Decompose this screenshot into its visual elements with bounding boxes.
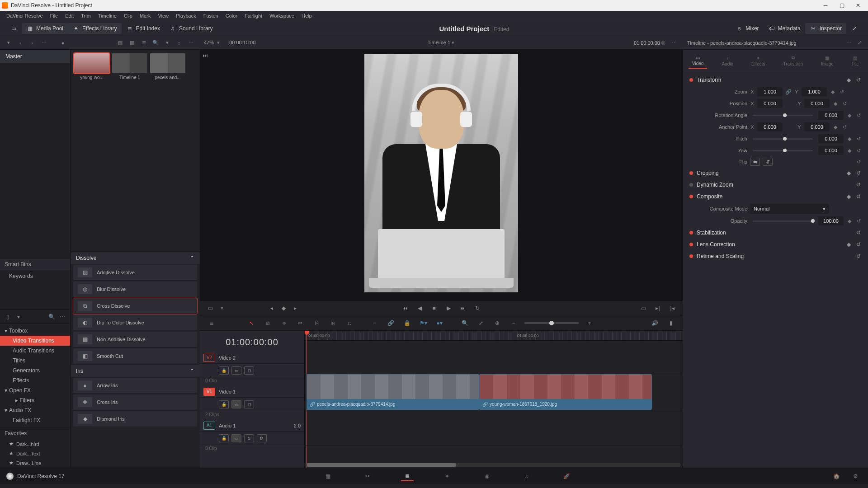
edit-index-toggle[interactable]: ≣Edit Index — [122, 23, 165, 34]
favorites-header[interactable]: Favorites — [0, 427, 70, 439]
lane-v2[interactable] — [305, 341, 683, 373]
media-timeline[interactable]: Timeline 1 — [112, 53, 147, 80]
reset-icon[interactable]: ↺ — [841, 124, 848, 130]
menu-view[interactable]: View — [154, 13, 172, 19]
pitch-slider[interactable] — [753, 138, 813, 140]
in-out-mode-button[interactable]: ▭ — [205, 303, 215, 313]
page-fairlight[interactable]: ♫ — [520, 471, 533, 481]
track-mute-button[interactable]: M — [257, 434, 267, 442]
keyframe-icon[interactable]: ◆ — [845, 77, 852, 83]
fx-entry-additive-dissolve[interactable]: ▨Additive Dissolve — [73, 265, 197, 281]
metadata-toggle[interactable]: 🏷Metadata — [764, 23, 805, 34]
project-settings-button[interactable]: ⚙ — [849, 471, 862, 481]
menu-workspace[interactable]: Workspace — [266, 13, 298, 19]
keyframe-icon[interactable]: ◆ — [846, 147, 853, 154]
rotation-slider[interactable] — [753, 115, 813, 116]
menu-color[interactable]: Color — [222, 13, 241, 19]
keyframe-icon[interactable]: ◆ — [832, 100, 839, 107]
page-deliver[interactable]: 🚀 — [560, 471, 573, 481]
prev-edit-small-button[interactable]: ◂ — [267, 303, 277, 313]
menu-mark[interactable]: Mark — [136, 13, 154, 19]
next-clip-button[interactable]: ▸| — [653, 303, 663, 313]
reset-icon[interactable]: ↺ — [855, 253, 862, 259]
inspector-toggle[interactable]: ✂Inspector — [805, 23, 846, 34]
reset-icon[interactable]: ↺ — [855, 147, 862, 154]
lane-a1[interactable] — [305, 411, 683, 446]
track-auto-select-button[interactable]: ▭ — [231, 434, 241, 442]
position-y-field[interactable]: 0.000 — [804, 99, 830, 108]
reset-icon[interactable]: ↺ — [855, 159, 862, 165]
section-composite[interactable]: Composite◆↺ — [683, 191, 868, 202]
minimize-button[interactable]: ─ — [817, 0, 834, 11]
timeline-clip[interactable]: 🔗young-woman-1867618_1920.jpg — [479, 374, 652, 410]
timeline-clip[interactable]: 🔗pexels-andrea-piacquadio-3779414.jpg — [307, 374, 479, 410]
opacity-slider[interactable] — [753, 221, 813, 222]
reset-icon[interactable]: ↺ — [855, 112, 862, 118]
smart-bins-header[interactable]: Smart Bins — [0, 258, 70, 270]
reset-icon[interactable]: ↺ — [855, 218, 862, 224]
reset-icon[interactable]: ↺ — [839, 89, 845, 95]
enable-dot-icon[interactable] — [689, 195, 693, 198]
stop-button[interactable]: ■ — [429, 303, 439, 313]
inspector-tab-image[interactable]: ▦Image — [817, 54, 837, 68]
fx-group-toolbox[interactable]: ▾Toolbox — [0, 326, 70, 336]
fx-item-generators[interactable]: Generators — [0, 366, 70, 375]
menu-playback[interactable]: Playback — [172, 13, 200, 19]
zoom-to-fit-button[interactable]: ⤢ — [476, 319, 486, 328]
media-pool-toggle[interactable]: ▦Media Pool — [22, 23, 68, 34]
menu-help[interactable]: Help — [298, 13, 316, 19]
zoom-out-button[interactable]: − — [508, 319, 519, 328]
fx-panel-dropdown[interactable]: ▾ — [14, 313, 23, 321]
track-dest-a1[interactable]: A1 — [203, 422, 215, 430]
replace-tool[interactable]: ⎌ — [344, 319, 354, 328]
play-around-button[interactable]: ◆ — [278, 303, 288, 313]
fx-entry-non-additive-dissolve[interactable]: ▩Non-Additive Dissolve — [73, 332, 197, 347]
play-button[interactable]: ▶ — [443, 303, 453, 313]
inspector-expand-button[interactable]: ⤢ — [855, 39, 863, 47]
enable-dot-icon[interactable] — [689, 183, 693, 187]
prev-frame-button[interactable]: ◀ — [415, 303, 425, 313]
search-media-button[interactable]: 🔍 — [151, 39, 160, 47]
go-to-start-button[interactable]: ⏮ — [400, 303, 410, 313]
mixer-toggle[interactable]: ⎋Mixer — [731, 23, 763, 34]
sort-dropdown[interactable]: ▾ — [163, 39, 171, 47]
next-edit-small-button[interactable]: ▸ — [290, 303, 300, 313]
metadata-view-button[interactable]: ▤ — [116, 39, 124, 47]
flip-v-button[interactable]: ⇵ — [763, 158, 773, 166]
viewer-options-button[interactable]: ⋯ — [670, 39, 678, 47]
keyframe-icon[interactable]: ◆ — [832, 124, 839, 130]
keyframe-icon[interactable]: ◆ — [846, 218, 853, 224]
track-solo-button[interactable]: S — [244, 434, 254, 442]
favorite-item[interactable]: ★Draw...Line — [0, 458, 70, 468]
viewer-scrubber[interactable] — [200, 296, 683, 301]
pitch-field[interactable]: 0.000 — [818, 134, 844, 143]
menu-timeline[interactable]: Timeline — [94, 13, 120, 19]
section-lens-correction[interactable]: Lens Correction◆↺ — [683, 239, 868, 250]
track-disable-button[interactable]: ◻ — [244, 400, 254, 408]
yaw-slider[interactable] — [753, 150, 813, 151]
bin-view-dropdown[interactable]: ▾ — [5, 39, 13, 47]
reset-icon[interactable]: ↺ — [841, 100, 848, 107]
insert-tool[interactable]: ⎘ — [311, 319, 322, 328]
track-lock-button[interactable]: 🔒 — [219, 400, 229, 408]
link-xy-button[interactable]: 🔗 — [785, 89, 792, 95]
track-dest-v2[interactable]: V2 — [203, 354, 215, 362]
keyframe-icon[interactable]: ◆ — [846, 136, 853, 142]
fx-group-openfx[interactable]: ▾Open FX — [0, 385, 70, 395]
track-disable-button[interactable]: ◻ — [244, 366, 254, 375]
maximize-button[interactable]: ▢ — [834, 0, 850, 11]
smart-bin-keywords[interactable]: Keywords — [0, 270, 70, 282]
menu-fusion[interactable]: Fusion — [200, 13, 222, 19]
bin-options-button[interactable]: ⋯ — [40, 39, 48, 47]
reset-icon[interactable]: ↺ — [855, 241, 862, 248]
link-toggle[interactable]: 🔗 — [385, 319, 396, 328]
blade-tool[interactable]: ✂ — [295, 319, 306, 328]
opacity-field[interactable]: 100.00 — [818, 216, 844, 225]
page-fusion[interactable]: ✦ — [441, 471, 453, 481]
favorite-item[interactable]: ★Dark...Text — [0, 449, 70, 458]
menu-trim[interactable]: Trim — [77, 13, 94, 19]
section-dynamic-zoom[interactable]: Dynamic Zoom↺ — [683, 179, 868, 191]
timeline-name-dropdown[interactable]: Timeline 1 ▾ — [428, 40, 454, 46]
enable-dot-icon[interactable] — [689, 171, 693, 175]
nav-forward-button[interactable]: › — [28, 39, 36, 47]
